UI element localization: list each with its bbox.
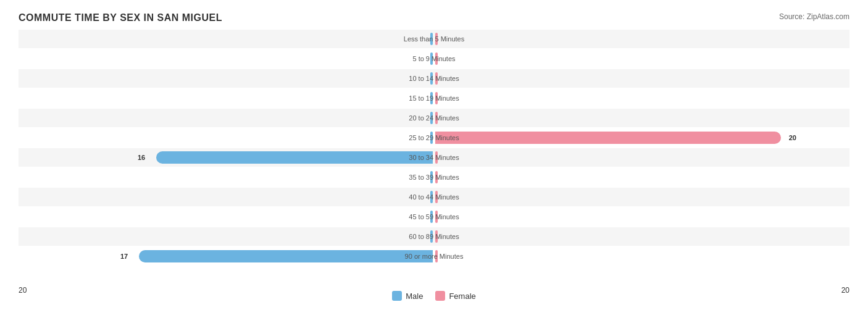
female-legend-box [435, 291, 445, 301]
male-value: 17 [120, 253, 128, 260]
axis-area: 20 Male Female 20 [19, 286, 849, 301]
row-label: 10 to 14 Minutes [406, 75, 461, 82]
legend-male: Male [392, 291, 423, 301]
male-value: 16 [138, 154, 145, 161]
row-label: 90 or more Minutes [403, 253, 466, 260]
row-label: 35 to 39 Minutes [406, 174, 461, 181]
female-legend-label: Female [449, 292, 475, 301]
chart-row: 16 30 to 34 Minutes [19, 148, 849, 167]
row-label: 15 to 19 Minutes [406, 94, 461, 102]
source-label: Source: ZipAtlas.com [779, 12, 849, 21]
chart-row: 40 to 44 Minutes [19, 188, 849, 206]
male-bar: 16 [156, 151, 433, 164]
axis-right: 20 [841, 286, 849, 301]
axis-left: 20 [19, 286, 27, 301]
chart-row: 20 to 24 Minutes [19, 109, 849, 127]
chart-row: 45 to 59 Minutes [19, 208, 849, 226]
chart-row: 25 to 29 Minutes 20 [19, 128, 849, 147]
legend: Male Female [392, 291, 476, 301]
female-value: 20 [789, 134, 796, 141]
legend-female: Female [435, 291, 475, 301]
chart-title: COMMUTE TIME BY SEX IN SAN MIGUEL [19, 12, 849, 23]
row-label: 20 to 24 Minutes [406, 114, 461, 122]
chart-area: Less than 5 Minutes 5 to 9 Minutes 10 to [19, 30, 849, 283]
chart-row: 60 to 89 Minutes [19, 227, 849, 246]
male-bar: 17 [139, 250, 433, 262]
chart-row: 5 to 9 Minutes [19, 49, 849, 68]
row-label: 40 to 44 Minutes [406, 193, 461, 201]
chart-row: 35 to 39 Minutes [19, 168, 849, 187]
row-label: 60 to 89 Minutes [406, 233, 461, 240]
chart-row: Less than 5 Minutes [19, 30, 849, 48]
chart-row: 17 90 or more Minutes [19, 247, 849, 266]
row-label: 25 to 29 Minutes [406, 134, 461, 141]
row-label: 45 to 59 Minutes [406, 213, 461, 220]
male-legend-box [392, 291, 402, 301]
chart-row: 15 to 19 Minutes [19, 89, 849, 107]
female-bar: 20 [435, 132, 781, 144]
row-label: 30 to 34 Minutes [406, 154, 461, 161]
chart-row: 10 to 14 Minutes [19, 69, 849, 88]
row-label: 5 to 9 Minutes [410, 55, 457, 62]
chart-container: COMMUTE TIME BY SEX IN SAN MIGUEL Source… [0, 0, 868, 323]
male-legend-label: Male [406, 292, 423, 301]
row-label: Less than 5 Minutes [401, 35, 467, 43]
